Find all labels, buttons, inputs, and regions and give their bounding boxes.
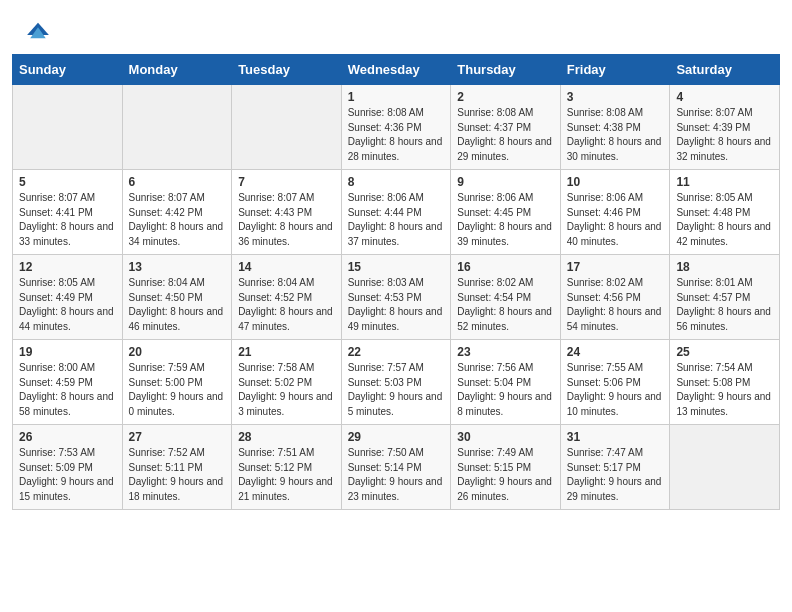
day-info: Sunrise: 7:56 AMSunset: 5:04 PMDaylight:… [457, 361, 554, 419]
logo-icon [24, 18, 52, 46]
day-number: 10 [567, 175, 664, 189]
sunrise-text: Sunrise: 8:02 AM [457, 277, 533, 288]
daylight-text: Daylight: 8 hours and 49 minutes. [348, 306, 443, 332]
day-info: Sunrise: 7:49 AMSunset: 5:15 PMDaylight:… [457, 446, 554, 504]
day-number: 8 [348, 175, 445, 189]
calendar-cell: 8Sunrise: 8:06 AMSunset: 4:44 PMDaylight… [341, 170, 451, 255]
sunset-text: Sunset: 5:04 PM [457, 377, 531, 388]
sunset-text: Sunset: 4:49 PM [19, 292, 93, 303]
sunset-text: Sunset: 4:38 PM [567, 122, 641, 133]
day-info: Sunrise: 8:06 AMSunset: 4:44 PMDaylight:… [348, 191, 445, 249]
sunrise-text: Sunrise: 8:08 AM [348, 107, 424, 118]
daylight-text: Daylight: 8 hours and 40 minutes. [567, 221, 662, 247]
day-of-week-header: Tuesday [232, 55, 342, 85]
day-number: 11 [676, 175, 773, 189]
daylight-text: Daylight: 8 hours and 37 minutes. [348, 221, 443, 247]
daylight-text: Daylight: 8 hours and 30 minutes. [567, 136, 662, 162]
day-info: Sunrise: 8:04 AMSunset: 4:52 PMDaylight:… [238, 276, 335, 334]
sunrise-text: Sunrise: 8:05 AM [19, 277, 95, 288]
calendar-cell: 2Sunrise: 8:08 AMSunset: 4:37 PMDaylight… [451, 85, 561, 170]
day-info: Sunrise: 7:59 AMSunset: 5:00 PMDaylight:… [129, 361, 226, 419]
daylight-text: Daylight: 8 hours and 34 minutes. [129, 221, 224, 247]
sunrise-text: Sunrise: 7:50 AM [348, 447, 424, 458]
daylight-text: Daylight: 8 hours and 29 minutes. [457, 136, 552, 162]
day-info: Sunrise: 8:06 AMSunset: 4:46 PMDaylight:… [567, 191, 664, 249]
calendar-cell: 12Sunrise: 8:05 AMSunset: 4:49 PMDayligh… [13, 255, 123, 340]
calendar-cell: 18Sunrise: 8:01 AMSunset: 4:57 PMDayligh… [670, 255, 780, 340]
sunrise-text: Sunrise: 7:58 AM [238, 362, 314, 373]
calendar-header-row: SundayMondayTuesdayWednesdayThursdayFrid… [13, 55, 780, 85]
day-number: 28 [238, 430, 335, 444]
daylight-text: Daylight: 9 hours and 8 minutes. [457, 391, 552, 417]
sunrise-text: Sunrise: 7:52 AM [129, 447, 205, 458]
daylight-text: Daylight: 9 hours and 3 minutes. [238, 391, 333, 417]
sunrise-text: Sunrise: 7:47 AM [567, 447, 643, 458]
calendar-cell: 31Sunrise: 7:47 AMSunset: 5:17 PMDayligh… [560, 425, 670, 510]
day-info: Sunrise: 8:00 AMSunset: 4:59 PMDaylight:… [19, 361, 116, 419]
daylight-text: Daylight: 9 hours and 10 minutes. [567, 391, 662, 417]
calendar-week-row: 12Sunrise: 8:05 AMSunset: 4:49 PMDayligh… [13, 255, 780, 340]
sunrise-text: Sunrise: 8:00 AM [19, 362, 95, 373]
day-info: Sunrise: 7:51 AMSunset: 5:12 PMDaylight:… [238, 446, 335, 504]
day-number: 6 [129, 175, 226, 189]
daylight-text: Daylight: 8 hours and 42 minutes. [676, 221, 771, 247]
sunrise-text: Sunrise: 7:59 AM [129, 362, 205, 373]
calendar-cell: 17Sunrise: 8:02 AMSunset: 4:56 PMDayligh… [560, 255, 670, 340]
sunset-text: Sunset: 4:39 PM [676, 122, 750, 133]
sunset-text: Sunset: 4:59 PM [19, 377, 93, 388]
sunrise-text: Sunrise: 7:53 AM [19, 447, 95, 458]
daylight-text: Daylight: 8 hours and 52 minutes. [457, 306, 552, 332]
day-info: Sunrise: 8:07 AMSunset: 4:42 PMDaylight:… [129, 191, 226, 249]
calendar-cell: 29Sunrise: 7:50 AMSunset: 5:14 PMDayligh… [341, 425, 451, 510]
calendar-cell: 25Sunrise: 7:54 AMSunset: 5:08 PMDayligh… [670, 340, 780, 425]
day-info: Sunrise: 8:08 AMSunset: 4:36 PMDaylight:… [348, 106, 445, 164]
day-number: 14 [238, 260, 335, 274]
sunset-text: Sunset: 4:43 PM [238, 207, 312, 218]
daylight-text: Daylight: 8 hours and 33 minutes. [19, 221, 114, 247]
sunrise-text: Sunrise: 8:04 AM [238, 277, 314, 288]
day-number: 4 [676, 90, 773, 104]
day-number: 15 [348, 260, 445, 274]
sunrise-text: Sunrise: 7:55 AM [567, 362, 643, 373]
sunrise-text: Sunrise: 7:54 AM [676, 362, 752, 373]
calendar-cell: 3Sunrise: 8:08 AMSunset: 4:38 PMDaylight… [560, 85, 670, 170]
day-number: 30 [457, 430, 554, 444]
calendar-cell: 13Sunrise: 8:04 AMSunset: 4:50 PMDayligh… [122, 255, 232, 340]
sunrise-text: Sunrise: 8:06 AM [457, 192, 533, 203]
day-of-week-header: Thursday [451, 55, 561, 85]
sunrise-text: Sunrise: 8:06 AM [567, 192, 643, 203]
day-info: Sunrise: 8:07 AMSunset: 4:41 PMDaylight:… [19, 191, 116, 249]
daylight-text: Daylight: 8 hours and 58 minutes. [19, 391, 114, 417]
day-info: Sunrise: 8:06 AMSunset: 4:45 PMDaylight:… [457, 191, 554, 249]
day-info: Sunrise: 8:08 AMSunset: 4:37 PMDaylight:… [457, 106, 554, 164]
sunset-text: Sunset: 5:06 PM [567, 377, 641, 388]
sunrise-text: Sunrise: 8:03 AM [348, 277, 424, 288]
sunrise-text: Sunrise: 7:49 AM [457, 447, 533, 458]
calendar-cell [232, 85, 342, 170]
logo [24, 18, 58, 46]
day-number: 27 [129, 430, 226, 444]
calendar-cell: 28Sunrise: 7:51 AMSunset: 5:12 PMDayligh… [232, 425, 342, 510]
day-info: Sunrise: 8:05 AMSunset: 4:49 PMDaylight:… [19, 276, 116, 334]
day-number: 13 [129, 260, 226, 274]
calendar-cell: 21Sunrise: 7:58 AMSunset: 5:02 PMDayligh… [232, 340, 342, 425]
day-number: 3 [567, 90, 664, 104]
daylight-text: Daylight: 8 hours and 28 minutes. [348, 136, 443, 162]
day-number: 19 [19, 345, 116, 359]
day-info: Sunrise: 7:52 AMSunset: 5:11 PMDaylight:… [129, 446, 226, 504]
day-info: Sunrise: 8:08 AMSunset: 4:38 PMDaylight:… [567, 106, 664, 164]
day-number: 7 [238, 175, 335, 189]
day-info: Sunrise: 8:05 AMSunset: 4:48 PMDaylight:… [676, 191, 773, 249]
sunset-text: Sunset: 5:14 PM [348, 462, 422, 473]
day-number: 17 [567, 260, 664, 274]
calendar-cell [122, 85, 232, 170]
sunset-text: Sunset: 5:17 PM [567, 462, 641, 473]
sunrise-text: Sunrise: 8:05 AM [676, 192, 752, 203]
calendar-cell: 16Sunrise: 8:02 AMSunset: 4:54 PMDayligh… [451, 255, 561, 340]
calendar-cell: 30Sunrise: 7:49 AMSunset: 5:15 PMDayligh… [451, 425, 561, 510]
daylight-text: Daylight: 8 hours and 46 minutes. [129, 306, 224, 332]
sunset-text: Sunset: 5:03 PM [348, 377, 422, 388]
day-number: 5 [19, 175, 116, 189]
sunset-text: Sunset: 5:11 PM [129, 462, 203, 473]
calendar-cell: 20Sunrise: 7:59 AMSunset: 5:00 PMDayligh… [122, 340, 232, 425]
